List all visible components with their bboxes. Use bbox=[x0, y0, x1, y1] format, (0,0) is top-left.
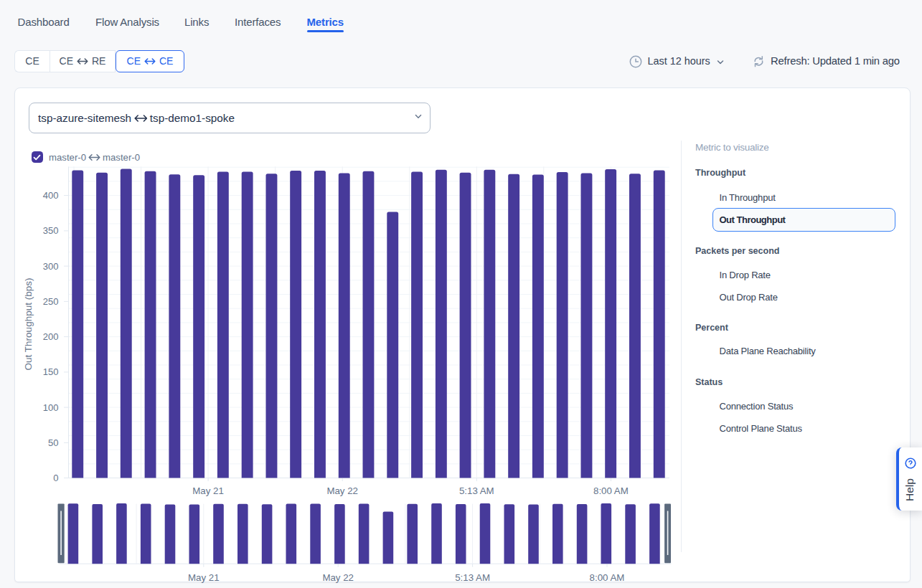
svg-text:200: 200 bbox=[43, 331, 59, 342]
svg-text:300: 300 bbox=[43, 261, 59, 272]
svg-text:May 22: May 22 bbox=[322, 572, 354, 583]
svg-text:350: 350 bbox=[43, 225, 59, 236]
svg-text:50: 50 bbox=[48, 437, 58, 448]
svg-text:150: 150 bbox=[43, 366, 59, 377]
svg-text:May 21: May 21 bbox=[188, 572, 220, 583]
svg-text:May 21: May 21 bbox=[192, 485, 224, 496]
svg-text:5:13 AM: 5:13 AM bbox=[455, 572, 490, 583]
svg-text:May 22: May 22 bbox=[326, 485, 358, 496]
svg-text:0: 0 bbox=[53, 473, 58, 483]
svg-text:8:00 AM: 8:00 AM bbox=[593, 485, 629, 496]
svg-text:5:13 AM: 5:13 AM bbox=[459, 485, 494, 496]
svg-text:250: 250 bbox=[43, 296, 59, 307]
svg-text:100: 100 bbox=[43, 402, 59, 413]
svg-text:8:00 AM: 8:00 AM bbox=[590, 572, 625, 583]
svg-text:400: 400 bbox=[43, 190, 59, 201]
svg-text:Out Throughput (bps): Out Throughput (bps) bbox=[23, 278, 34, 371]
